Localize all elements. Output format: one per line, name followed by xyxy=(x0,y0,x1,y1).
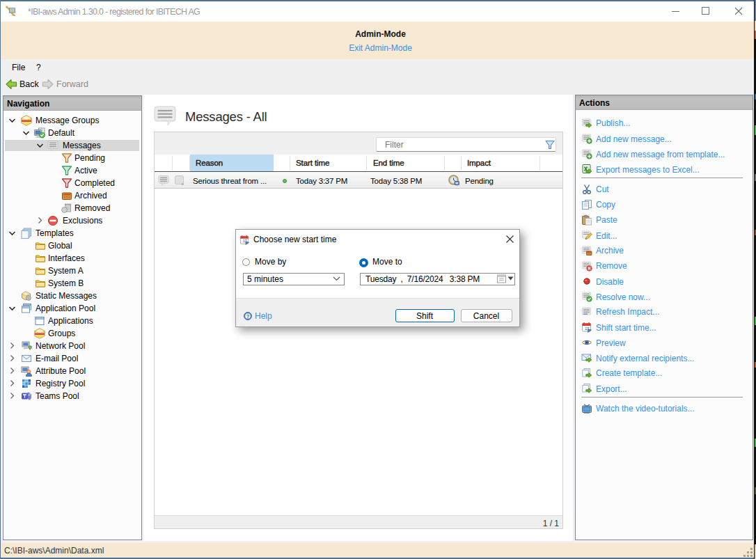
svg-text:?: ? xyxy=(246,313,250,320)
